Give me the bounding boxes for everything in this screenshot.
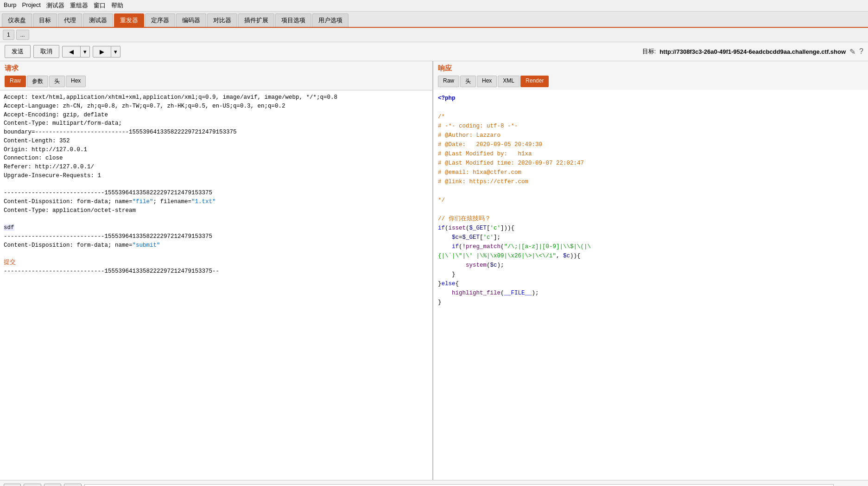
tab-intruder[interactable]: 测试器 (83, 13, 113, 27)
session-tab-more[interactable]: ... (16, 30, 29, 40)
main-tab-bar: 仪表盘 目标 代理 测试器 重发器 定序器 编码器 对比器 插件扩展 项目选项 … (0, 12, 868, 28)
request-panel-header: 请求 Raw 参数 头 Hex (0, 61, 432, 90)
tab-dashboard[interactable]: 仪表盘 (2, 13, 32, 27)
request-tab-headers[interactable]: 头 (49, 76, 65, 87)
tab-extensions[interactable]: 插件扩展 (238, 13, 274, 27)
response-tab-hex[interactable]: Hex (477, 76, 497, 87)
request-tab-hex[interactable]: Hex (66, 76, 86, 87)
edit-target-icon[interactable]: ✎ (849, 47, 855, 56)
request-panel: 请求 Raw 参数 头 Hex Accept: text/html,applic… (0, 61, 433, 480)
search-input[interactable] (84, 484, 834, 486)
toolbar: 发送 取消 ◀ ▾ ▶ ▾ 目标: http://7308f3c3-26a0-4… (0, 42, 868, 61)
help-icon[interactable]: ? (859, 47, 863, 56)
menu-help[interactable]: 帮助 (111, 1, 123, 10)
menu-burp[interactable]: Burp (4, 1, 16, 10)
request-tab-raw[interactable]: Raw (5, 76, 26, 87)
send-button[interactable]: 发送 (5, 45, 31, 58)
prev-search-button[interactable]: < (24, 484, 41, 486)
menu-window[interactable]: 窗口 (94, 1, 106, 10)
request-text: Accept: text/html,application/xhtml+xml,… (0, 90, 432, 279)
response-panel-tabs: Raw 头 Hex XML Render (438, 76, 863, 87)
target-url: http://7308f3c3-26a0-49f1-9524-6eadcbcdd… (659, 48, 846, 55)
menu-bar: Burp Project 测试器 重组器 窗口 帮助 (0, 0, 868, 12)
response-tab-headers[interactable]: 头 (460, 76, 476, 87)
menu-repeater[interactable]: 重组器 (70, 1, 88, 10)
tab-sequencer[interactable]: 定序器 (145, 13, 175, 27)
target-area: 目标: http://7308f3c3-26a0-49f1-9524-6eadc… (642, 47, 863, 56)
request-panel-title: 请求 (5, 64, 428, 73)
help-bottom-button[interactable]: ? (4, 484, 21, 486)
target-label: 目标: (642, 47, 656, 56)
tab-user-options[interactable]: 用户选项 (312, 13, 348, 27)
tab-repeater[interactable]: 重发器 (114, 13, 144, 27)
prev-button[interactable]: ◀ (62, 46, 81, 58)
session-tab-1[interactable]: 1 (3, 30, 14, 40)
response-tab-xml[interactable]: XML (498, 76, 520, 87)
next-button-group: ▶ ▾ (93, 46, 120, 58)
response-tab-raw[interactable]: Raw (438, 76, 459, 87)
next-button[interactable]: ▶ (93, 46, 111, 58)
response-panel-title: 响应 (438, 64, 863, 73)
next-dropdown-button[interactable]: ▾ (111, 46, 120, 58)
response-content[interactable]: <?php /* # -*- coding: utf-8 -*- # @Auth… (433, 90, 868, 480)
response-panel: 响应 Raw 头 Hex XML Render <?php /* # -*- c… (433, 61, 868, 480)
menu-project[interactable]: Project (22, 1, 40, 10)
request-tab-params[interactable]: 参数 (27, 76, 48, 87)
prev-dropdown-button[interactable]: ▾ (81, 46, 90, 58)
tab-project-options[interactable]: 项目选项 (275, 13, 311, 27)
tab-decoder[interactable]: 编码器 (176, 13, 206, 27)
tab-proxy[interactable]: 代理 (58, 13, 82, 27)
prev-button-group: ◀ ▾ (62, 46, 90, 58)
bottom-bar: ? < + > 没有比赛 (0, 480, 868, 486)
session-tab-bar: 1 ... (0, 28, 868, 42)
next-search-button[interactable]: > (64, 484, 82, 486)
main-content: 请求 Raw 参数 头 Hex Accept: text/html,applic… (0, 61, 868, 480)
cancel-button[interactable]: 取消 (33, 45, 59, 58)
request-content[interactable]: Accept: text/html,application/xhtml+xml,… (0, 90, 432, 480)
response-tab-render[interactable]: Render (520, 76, 549, 87)
add-search-button[interactable]: + (44, 484, 62, 486)
request-panel-tabs: Raw 参数 头 Hex (5, 76, 428, 87)
tab-target[interactable]: 目标 (33, 13, 57, 27)
tab-comparer[interactable]: 对比器 (207, 13, 237, 27)
menu-tester[interactable]: 测试器 (46, 1, 64, 10)
response-panel-header: 响应 Raw 头 Hex XML Render (433, 61, 868, 90)
